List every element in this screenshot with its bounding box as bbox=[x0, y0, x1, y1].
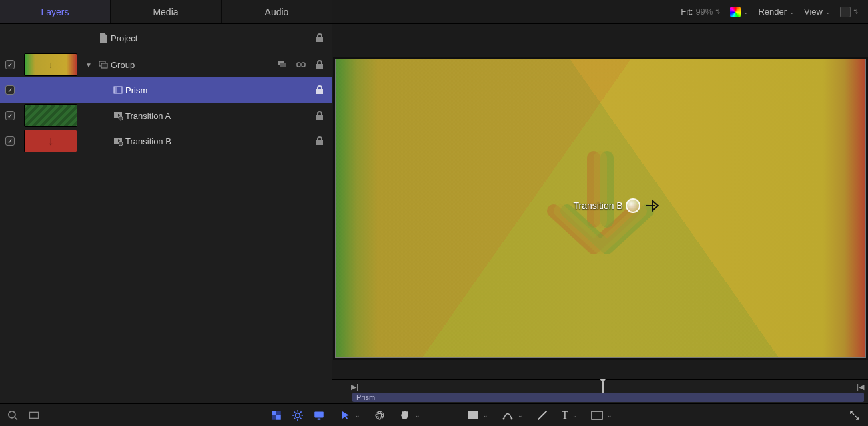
svg-line-24 bbox=[294, 411, 295, 413]
view-menu[interactable]: View ⌄ bbox=[804, 7, 831, 17]
visibility-checkbox[interactable] bbox=[5, 111, 15, 120]
layer-label: Transition A bbox=[125, 111, 171, 121]
tab-audio[interactable]: Audio bbox=[222, 0, 332, 23]
chevron-down-icon: ⌄ bbox=[572, 412, 578, 419]
thumbnail-group[interactable] bbox=[24, 53, 77, 76]
tab-media[interactable]: Media bbox=[111, 0, 222, 23]
layer-label: Transition B bbox=[125, 136, 171, 146]
canvas[interactable]: Transition B bbox=[335, 59, 866, 358]
group-icon bbox=[98, 59, 109, 70]
link-icon[interactable] bbox=[296, 59, 306, 70]
fit-label: Fit: bbox=[681, 7, 693, 17]
chevron-down-icon: ⌄ bbox=[518, 412, 523, 419]
svg-rect-33 bbox=[468, 411, 478, 419]
screen-icon[interactable] bbox=[313, 409, 325, 421]
layers-panel: Layers Media Audio Project bbox=[0, 0, 332, 426]
gear-icon[interactable] bbox=[292, 409, 304, 421]
panel-tabs: Layers Media Audio bbox=[0, 0, 332, 24]
in-marker-icon[interactable]: ▶| bbox=[351, 383, 358, 391]
svg-rect-18 bbox=[272, 415, 276, 420]
layer-list: Project ▼ Group bbox=[0, 24, 332, 403]
tab-layers[interactable]: Layers bbox=[0, 0, 111, 23]
svg-rect-15 bbox=[272, 411, 276, 415]
zoom-value: 99% bbox=[695, 7, 713, 17]
stack-icon[interactable] bbox=[277, 59, 288, 70]
visibility-checkbox[interactable] bbox=[5, 136, 15, 146]
svg-rect-17 bbox=[276, 411, 281, 415]
thumbnail-transition-b[interactable] bbox=[24, 130, 77, 152]
lock-icon[interactable] bbox=[314, 59, 325, 70]
hud-direction-arrow[interactable] bbox=[644, 199, 661, 212]
rectangle-tool[interactable]: ⌄ bbox=[467, 411, 488, 420]
render-label: Render bbox=[758, 7, 787, 17]
svg-line-27 bbox=[300, 411, 302, 413]
svg-point-32 bbox=[378, 411, 382, 419]
view-label: View bbox=[804, 7, 823, 17]
paint-stroke-tool[interactable] bbox=[536, 409, 548, 421]
search-icon[interactable] bbox=[7, 409, 19, 421]
visibility-checkbox[interactable] bbox=[5, 60, 15, 69]
svg-point-11 bbox=[119, 142, 123, 146]
lock-icon[interactable] bbox=[314, 110, 325, 121]
canvas-panel: Fit: 99% ⇅ ⌄ Render ⌄ View ⌄ ⇅ bbox=[332, 0, 868, 426]
svg-rect-1 bbox=[101, 63, 107, 68]
chevron-down-icon: ⌄ bbox=[415, 412, 420, 419]
transition-icon bbox=[113, 110, 123, 121]
3d-transform-tool[interactable] bbox=[374, 409, 386, 421]
transition-icon bbox=[113, 136, 123, 146]
lock-icon[interactable] bbox=[314, 136, 325, 146]
onscreen-control[interactable]: Transition B bbox=[574, 198, 661, 213]
stepper-icon: ⇅ bbox=[715, 9, 721, 15]
pan-tool[interactable]: ⌄ bbox=[399, 409, 420, 421]
lock-icon[interactable] bbox=[314, 85, 325, 95]
zoom-fit-control[interactable]: Fit: 99% ⇅ bbox=[681, 7, 721, 17]
out-marker-icon[interactable]: |◀ bbox=[857, 383, 864, 391]
svg-rect-14 bbox=[29, 412, 39, 418]
canvas-area: Transition B bbox=[332, 24, 868, 379]
text-tool[interactable]: T ⌄ bbox=[562, 409, 578, 421]
canvas-toolbar: Fit: 99% ⇅ ⌄ Render ⌄ View ⌄ ⇅ bbox=[332, 0, 868, 24]
color-channel-menu[interactable]: ⌄ bbox=[730, 7, 749, 17]
svg-line-13 bbox=[15, 417, 17, 419]
layout-menu[interactable]: ⇅ bbox=[840, 7, 859, 17]
svg-rect-3 bbox=[280, 63, 286, 67]
mini-timeline[interactable]: ▶| |◀ Prism bbox=[332, 379, 868, 403]
svg-rect-29 bbox=[318, 418, 321, 419]
select-tool[interactable]: ⌄ bbox=[340, 410, 360, 421]
checker-icon[interactable] bbox=[270, 409, 282, 421]
row-layer-transition-a[interactable]: Transition A bbox=[0, 103, 332, 128]
layer-label: Prism bbox=[125, 85, 147, 95]
row-layer-prism[interactable]: Prism bbox=[0, 77, 332, 103]
hud-label: Transition B bbox=[574, 200, 623, 211]
svg-line-25 bbox=[300, 417, 302, 419]
svg-point-34 bbox=[503, 417, 505, 419]
hud-origin-handle[interactable] bbox=[626, 198, 640, 213]
frame-icon[interactable] bbox=[28, 409, 40, 421]
layout-icon bbox=[840, 7, 851, 17]
mask-tool[interactable]: ⌄ bbox=[591, 411, 612, 420]
bezier-tool[interactable]: ⌄ bbox=[502, 409, 523, 421]
svg-rect-16 bbox=[276, 415, 281, 420]
row-project[interactable]: Project bbox=[0, 24, 332, 52]
thumbnail-transition-a[interactable] bbox=[24, 104, 77, 127]
mini-timeline-clip[interactable]: Prism bbox=[352, 393, 864, 402]
visibility-checkbox[interactable] bbox=[5, 85, 15, 95]
svg-line-26 bbox=[294, 417, 295, 419]
svg-point-35 bbox=[511, 417, 513, 419]
render-menu[interactable]: Render ⌄ bbox=[758, 7, 795, 17]
svg-rect-7 bbox=[114, 87, 117, 93]
svg-point-19 bbox=[296, 413, 300, 417]
rainbow-icon bbox=[730, 7, 741, 17]
svg-point-30 bbox=[376, 411, 384, 419]
lock-icon[interactable] bbox=[314, 33, 325, 43]
group-label: Group bbox=[111, 60, 135, 70]
chevron-down-icon: ⌄ bbox=[825, 9, 831, 15]
expand-icon[interactable] bbox=[849, 410, 860, 421]
chevron-down-icon: ⌄ bbox=[607, 412, 612, 419]
disclosure-triangle[interactable]: ▼ bbox=[81, 61, 96, 69]
svg-point-12 bbox=[9, 411, 15, 417]
row-layer-transition-b[interactable]: Transition B bbox=[0, 128, 332, 154]
chevron-down-icon: ⌄ bbox=[789, 9, 795, 15]
svg-point-31 bbox=[376, 413, 384, 417]
row-group[interactable]: ▼ Group bbox=[0, 52, 332, 77]
